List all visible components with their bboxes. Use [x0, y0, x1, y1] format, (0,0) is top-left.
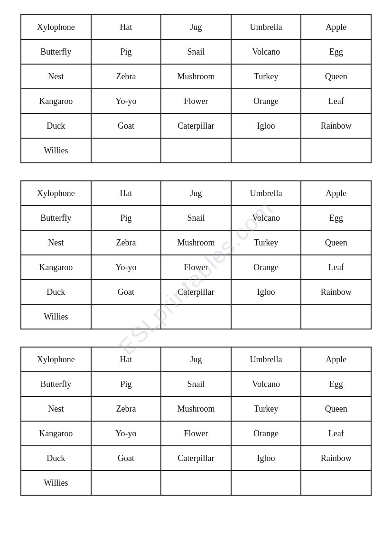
table-row: ButterflyPigSnailVolcanoEgg: [21, 372, 371, 396]
table-cell-1-4: Egg: [301, 372, 371, 396]
table-cell-2-1: Zebra: [91, 396, 161, 421]
table-cell-1-1: Pig: [91, 39, 161, 64]
table-row: ButterflyPigSnailVolcanoEgg: [21, 206, 371, 230]
table-cell-2-4: Queen: [301, 396, 371, 421]
table-cell-0-3: Umbrella: [231, 347, 301, 372]
table-cell-4-4: Rainbow: [301, 113, 371, 138]
word-table-1: XylophoneHatJugUmbrellaAppleButterflyPig…: [20, 14, 372, 163]
table-cell-1-2: Snail: [161, 206, 231, 230]
table-cell-1-4: Egg: [301, 39, 371, 64]
table-cell-2-0: Nest: [21, 230, 91, 255]
table-cell-0-3: Umbrella: [231, 15, 301, 39]
table-row: DuckGoatCaterpillarIglooRainbow: [21, 113, 371, 138]
table-cell-4-2: Caterpillar: [161, 280, 231, 304]
table-row: Willies: [21, 304, 371, 329]
table-container-2: XylophoneHatJugUmbrellaAppleButterflyPig…: [20, 180, 372, 329]
table-container-1: XylophoneHatJugUmbrellaAppleButterflyPig…: [20, 14, 372, 163]
table-cell-4-4: Rainbow: [301, 446, 371, 470]
table-cell-0-2: Jug: [161, 347, 231, 372]
table-cell-5-1: [91, 470, 161, 495]
table-cell-3-2: Flower: [161, 421, 231, 446]
table-row: NestZebraMushroomTurkeyQueen: [21, 396, 371, 421]
table-cell-4-4: Rainbow: [301, 280, 371, 304]
table-cell-3-3: Orange: [231, 421, 301, 446]
table-cell-5-0: Willies: [21, 138, 91, 163]
table-cell-5-3: [231, 470, 301, 495]
table-cell-1-1: Pig: [91, 372, 161, 396]
table-cell-2-3: Turkey: [231, 64, 301, 89]
table-cell-0-0: Xylophone: [21, 15, 91, 39]
table-cell-2-1: Zebra: [91, 230, 161, 255]
table-cell-0-4: Apple: [301, 15, 371, 39]
table-cell-5-2: [161, 470, 231, 495]
table-cell-0-0: Xylophone: [21, 181, 91, 206]
table-cell-1-2: Snail: [161, 39, 231, 64]
table-cell-3-4: Leaf: [301, 421, 371, 446]
table-cell-5-1: [91, 138, 161, 163]
table-cell-0-0: Xylophone: [21, 347, 91, 372]
table-container-3: XylophoneHatJugUmbrellaAppleButterflyPig…: [20, 347, 372, 496]
table-cell-4-0: Duck: [21, 113, 91, 138]
table-cell-0-3: Umbrella: [231, 181, 301, 206]
table-cell-4-1: Goat: [91, 113, 161, 138]
table-cell-3-0: Kangaroo: [21, 421, 91, 446]
table-cell-4-2: Caterpillar: [161, 446, 231, 470]
table-cell-3-0: Kangaroo: [21, 255, 91, 280]
table-cell-3-0: Kangaroo: [21, 89, 91, 113]
table-row: NestZebraMushroomTurkeyQueen: [21, 64, 371, 89]
table-cell-1-3: Volcano: [231, 39, 301, 64]
table-cell-3-2: Flower: [161, 89, 231, 113]
table-cell-0-2: Jug: [161, 15, 231, 39]
table-row: XylophoneHatJugUmbrellaApple: [21, 181, 371, 206]
table-cell-3-1: Yo-yo: [91, 421, 161, 446]
table-cell-2-1: Zebra: [91, 64, 161, 89]
table-row: ButterflyPigSnailVolcanoEgg: [21, 39, 371, 64]
table-cell-0-2: Jug: [161, 181, 231, 206]
table-cell-3-2: Flower: [161, 255, 231, 280]
table-cell-2-0: Nest: [21, 64, 91, 89]
table-cell-4-1: Goat: [91, 446, 161, 470]
table-cell-2-3: Turkey: [231, 396, 301, 421]
table-cell-5-1: [91, 304, 161, 329]
table-cell-1-3: Volcano: [231, 372, 301, 396]
table-cell-5-4: [301, 470, 371, 495]
table-cell-3-3: Orange: [231, 89, 301, 113]
table-cell-3-3: Orange: [231, 255, 301, 280]
table-cell-1-0: Butterfly: [21, 372, 91, 396]
table-cell-4-2: Caterpillar: [161, 113, 231, 138]
table-cell-0-4: Apple: [301, 347, 371, 372]
table-cell-1-4: Egg: [301, 206, 371, 230]
table-row: Willies: [21, 138, 371, 163]
table-row: Willies: [21, 470, 371, 495]
table-row: XylophoneHatJugUmbrellaApple: [21, 15, 371, 39]
table-row: KangarooYo-yoFlowerOrangeLeaf: [21, 255, 371, 280]
table-cell-3-1: Yo-yo: [91, 255, 161, 280]
table-cell-4-3: Igloo: [231, 113, 301, 138]
table-row: KangarooYo-yoFlowerOrangeLeaf: [21, 89, 371, 113]
table-cell-4-3: Igloo: [231, 446, 301, 470]
table-cell-3-4: Leaf: [301, 255, 371, 280]
table-cell-1-3: Volcano: [231, 206, 301, 230]
table-cell-1-0: Butterfly: [21, 206, 91, 230]
table-cell-3-4: Leaf: [301, 89, 371, 113]
table-cell-1-2: Snail: [161, 372, 231, 396]
table-cell-5-4: [301, 304, 371, 329]
table-cell-2-2: Mushroom: [161, 64, 231, 89]
table-cell-5-3: [231, 138, 301, 163]
table-cell-4-0: Duck: [21, 280, 91, 304]
table-row: DuckGoatCaterpillarIglooRainbow: [21, 446, 371, 470]
table-cell-1-0: Butterfly: [21, 39, 91, 64]
table-row: KangarooYo-yoFlowerOrangeLeaf: [21, 421, 371, 446]
table-cell-2-2: Mushroom: [161, 396, 231, 421]
table-row: XylophoneHatJugUmbrellaApple: [21, 347, 371, 372]
table-cell-2-4: Queen: [301, 64, 371, 89]
table-cell-2-3: Turkey: [231, 230, 301, 255]
table-cell-0-1: Hat: [91, 347, 161, 372]
table-cell-1-1: Pig: [91, 206, 161, 230]
table-cell-5-4: [301, 138, 371, 163]
word-table-3: XylophoneHatJugUmbrellaAppleButterflyPig…: [20, 347, 372, 496]
table-row: NestZebraMushroomTurkeyQueen: [21, 230, 371, 255]
table-cell-2-4: Queen: [301, 230, 371, 255]
table-cell-2-2: Mushroom: [161, 230, 231, 255]
table-cell-4-3: Igloo: [231, 280, 301, 304]
